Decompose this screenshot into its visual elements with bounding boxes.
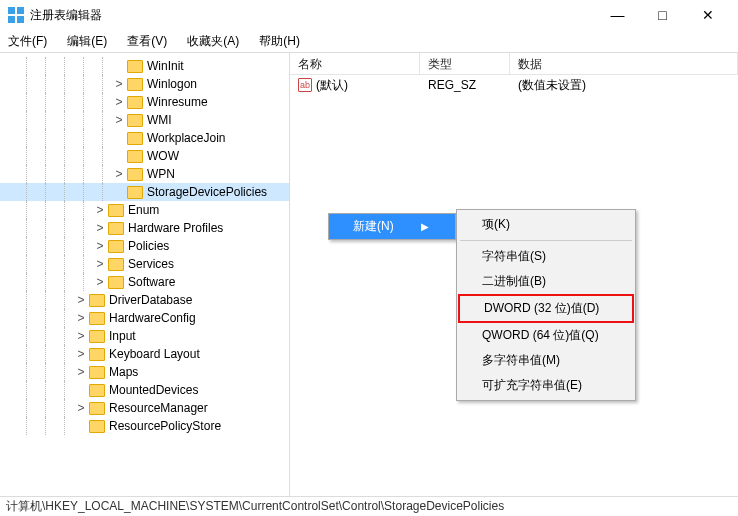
col-header-type[interactable]: 类型 [420,53,510,74]
value-data-cell: (数值未设置) [510,77,738,94]
expander-icon[interactable]: > [93,222,107,234]
status-path: 计算机\HKEY_LOCAL_MACHINE\SYSTEM\CurrentCon… [6,498,504,515]
tree-item-label: Keyboard Layout [109,347,200,361]
folder-icon [127,96,143,109]
tree-item[interactable]: >Input [0,327,289,345]
tree-item-label: Enum [128,203,159,217]
expander-icon[interactable]: > [74,330,88,342]
tree-pane[interactable]: WinInit>Winlogon>Winresume>WMIWorkplaceJ… [0,53,290,496]
tree-item[interactable]: >DriverDatabase [0,291,289,309]
tree-item[interactable]: >WMI [0,111,289,129]
tree-item-label: WorkplaceJoin [147,131,225,145]
folder-icon [89,384,105,397]
expander-icon[interactable]: > [74,348,88,360]
expander-icon[interactable]: > [112,78,126,90]
minimize-button[interactable]: — [595,0,640,30]
expander-icon[interactable]: > [74,294,88,306]
tree-item[interactable]: ResourcePolicyStore [0,417,289,435]
folder-icon [127,132,143,145]
context-item-key[interactable]: 项(K) [458,212,634,237]
tree-item[interactable]: >Winlogon [0,75,289,93]
menu-view[interactable]: 查看(V) [123,31,171,52]
string-value-icon: ab [298,78,312,92]
context-item-qword[interactable]: QWORD (64 位)值(Q) [458,323,634,348]
tree-item[interactable]: MountedDevices [0,381,289,399]
tree-item[interactable]: >ResourceManager [0,399,289,417]
folder-icon [127,60,143,73]
tree-item-label: WMI [147,113,172,127]
tree-root: WinInit>Winlogon>Winresume>WMIWorkplaceJ… [0,57,289,435]
context-sep [460,240,632,241]
tree-item-label: ResourcePolicyStore [109,419,221,433]
svg-rect-3 [17,16,24,23]
col-header-name[interactable]: 名称 [290,53,420,74]
close-button[interactable]: ✕ [685,0,730,30]
tree-item[interactable]: >Services [0,255,289,273]
tree-item-label: ResourceManager [109,401,208,415]
list-pane[interactable]: 名称 类型 数据 ab(默认)REG_SZ(数值未设置) 新建(N) ▶ 项(K… [290,53,738,496]
menubar: 文件(F) 编辑(E) 查看(V) 收藏夹(A) 帮助(H) [0,30,738,52]
tree-item[interactable]: StorageDevicePolicies [0,183,289,201]
expander-icon[interactable]: > [93,204,107,216]
tree-item[interactable]: >Policies [0,237,289,255]
tree-item[interactable]: >Maps [0,363,289,381]
tree-item-label: DriverDatabase [109,293,192,307]
folder-icon [89,330,105,343]
tree-item[interactable]: WorkplaceJoin [0,129,289,147]
expander-icon[interactable]: > [74,366,88,378]
folder-icon [127,150,143,163]
context-item-multi[interactable]: 多字符串值(M) [458,348,634,373]
value-type-cell: REG_SZ [420,78,510,92]
main-split: WinInit>Winlogon>Winresume>WMIWorkplaceJ… [0,52,738,496]
tree-item[interactable]: >Winresume [0,93,289,111]
folder-icon [108,258,124,271]
menu-file[interactable]: 文件(F) [4,31,51,52]
folder-icon [127,114,143,127]
expander-icon[interactable]: > [74,402,88,414]
tree-item-label: WinInit [147,59,184,73]
col-header-data[interactable]: 数据 [510,53,738,74]
expander-icon[interactable]: > [112,168,126,180]
menu-favorites[interactable]: 收藏夹(A) [183,31,243,52]
menu-help[interactable]: 帮助(H) [255,31,304,52]
svg-rect-2 [8,16,15,23]
expander-icon[interactable]: > [93,258,107,270]
expander-icon[interactable]: > [93,276,107,288]
tree-item-label: WOW [147,149,179,163]
expander-icon[interactable]: > [112,114,126,126]
tree-item[interactable]: >HardwareConfig [0,309,289,327]
context-item-binary[interactable]: 二进制值(B) [458,269,634,294]
svg-rect-1 [17,7,24,14]
expander-icon[interactable]: > [93,240,107,252]
maximize-button[interactable]: □ [640,0,685,30]
tree-item[interactable]: >Hardware Profiles [0,219,289,237]
list-row[interactable]: ab(默认)REG_SZ(数值未设置) [290,75,738,95]
context-menu-new: 新建(N) ▶ [328,213,456,240]
context-item-dword[interactable]: DWORD (32 位)值(D) [458,294,634,323]
folder-icon [127,186,143,199]
statusbar: 计算机\HKEY_LOCAL_MACHINE\SYSTEM\CurrentCon… [0,496,738,516]
context-item-string[interactable]: 字符串值(S) [458,244,634,269]
folder-icon [108,204,124,217]
tree-item-label: Winlogon [147,77,197,91]
folder-icon [89,312,105,325]
tree-item[interactable]: >Keyboard Layout [0,345,289,363]
tree-item[interactable]: >Software [0,273,289,291]
expander-icon[interactable]: > [74,312,88,324]
context-item-new[interactable]: 新建(N) ▶ [329,214,455,239]
tree-item[interactable]: WOW [0,147,289,165]
tree-item[interactable]: >WPN [0,165,289,183]
context-submenu: 项(K) 字符串值(S) 二进制值(B) DWORD (32 位)值(D) QW… [456,209,636,401]
menu-edit[interactable]: 编辑(E) [63,31,111,52]
tree-item-label: Policies [128,239,169,253]
folder-icon [89,348,105,361]
window-title: 注册表编辑器 [30,7,102,24]
context-item-expand[interactable]: 可扩充字符串值(E) [458,373,634,398]
tree-item-label: Winresume [147,95,208,109]
tree-item[interactable]: WinInit [0,57,289,75]
folder-icon [89,366,105,379]
chevron-right-icon: ▶ [421,221,429,232]
folder-icon [127,78,143,91]
expander-icon[interactable]: > [112,96,126,108]
tree-item[interactable]: >Enum [0,201,289,219]
